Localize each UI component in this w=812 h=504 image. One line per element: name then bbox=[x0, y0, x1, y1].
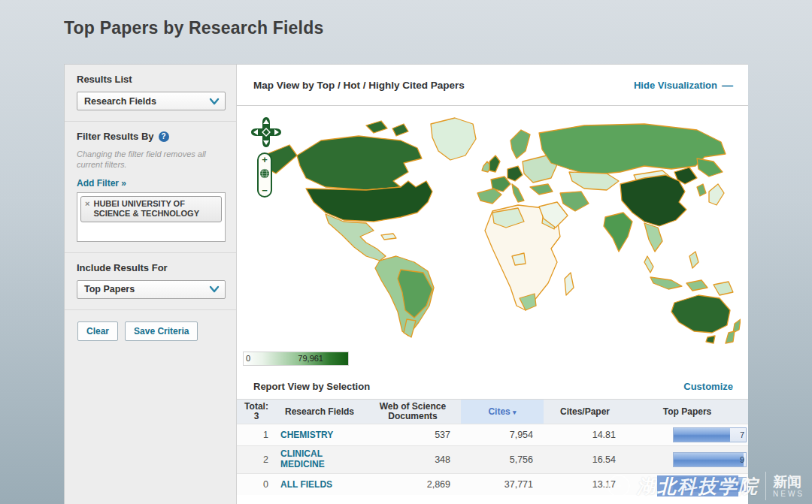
map-area: + − 0 79,961 bbox=[237, 106, 748, 374]
cites-value: 5,756 bbox=[461, 446, 544, 474]
cites-value: 7,954 bbox=[461, 424, 544, 446]
field-link-all-fields[interactable]: ALL FIELDS bbox=[280, 480, 332, 490]
university-name: 湖北科技学院 bbox=[637, 474, 759, 499]
results-list-select[interactable]: Research Fields bbox=[77, 92, 226, 110]
documents-value: 537 bbox=[365, 424, 461, 446]
map-view-title: Map View by Top / Hot / Highly Cited Pap… bbox=[253, 80, 465, 91]
include-results-heading: Include Results For bbox=[77, 262, 226, 273]
report-header: Report View by Selection Customize bbox=[237, 374, 748, 400]
include-results-selected-value: Top Papers bbox=[84, 284, 135, 294]
zoom-in-icon[interactable]: + bbox=[262, 155, 268, 164]
total-header: Total: 3 bbox=[237, 400, 276, 424]
help-icon[interactable]: ? bbox=[159, 131, 169, 142]
sort-descending-icon: ▾ bbox=[513, 409, 517, 416]
results-list-section: Results List Research Fields bbox=[65, 65, 236, 122]
results-list-heading: Results List bbox=[77, 74, 226, 85]
top-papers-bar: 9 bbox=[673, 452, 747, 467]
globe-icon[interactable] bbox=[259, 168, 270, 182]
legend-min-value: 0 bbox=[246, 354, 250, 363]
remove-filter-icon[interactable]: × bbox=[85, 199, 89, 209]
column-header-cites[interactable]: Cites ▾ bbox=[461, 400, 544, 424]
chevron-down-icon bbox=[209, 98, 220, 105]
university-logo-icon: ✦ bbox=[607, 475, 630, 497]
table-row: 1 CHEMISTRY 537 7,954 14.81 7 bbox=[237, 424, 748, 446]
field-link-clinical-medicine[interactable]: CLINICAL MEDICINE bbox=[280, 449, 360, 470]
save-criteria-button[interactable]: Save Criteria bbox=[125, 321, 198, 341]
column-header-documents[interactable]: Web of Science Documents bbox=[365, 400, 461, 424]
bar-fill bbox=[674, 428, 730, 442]
column-header-research-fields[interactable]: Research Fields bbox=[276, 400, 365, 424]
column-header-cites-per-paper[interactable]: Cites/Paper bbox=[544, 400, 626, 424]
sidebar-buttons: Clear Save Criteria bbox=[65, 310, 236, 352]
page-title: Top Papers by Research Fields bbox=[64, 18, 323, 38]
clear-button[interactable]: Clear bbox=[77, 321, 118, 341]
filter-tag-hubei-university[interactable]: × HUBEI UNIVERSITY OF SCIENCE & TECHNOLO… bbox=[80, 196, 222, 222]
row-number: 2 bbox=[237, 446, 276, 474]
main-panel: Map View by Top / Hot / Highly Cited Pap… bbox=[237, 65, 748, 504]
filter-section: Filter Results By ? Changing the filter … bbox=[65, 122, 236, 253]
map-legend: 0 79,961 bbox=[243, 352, 349, 366]
bar-value-label: 7 bbox=[740, 430, 744, 439]
cites-value: 37,771 bbox=[461, 473, 544, 495]
customize-link[interactable]: Customize bbox=[683, 381, 733, 392]
field-link-chemistry[interactable]: CHEMISTRY bbox=[280, 430, 333, 441]
highlighted-text: 北科技学 bbox=[657, 475, 738, 496]
results-list-selected-value: Research Fields bbox=[84, 96, 156, 107]
chevron-down-icon bbox=[209, 285, 220, 293]
documents-value: 2,869 bbox=[365, 473, 461, 495]
filter-tag-label: HUBEI UNIVERSITY OF SCIENCE & TECHNOLOGY bbox=[93, 199, 217, 219]
table-header-row: Total: 3 Research Fields Web of Science … bbox=[237, 400, 748, 424]
row-number: 0 bbox=[237, 473, 276, 495]
active-filters-box: × HUBEI UNIVERSITY OF SCIENCE & TECHNOLO… bbox=[77, 192, 226, 242]
top-papers-bar: 7 bbox=[673, 427, 747, 442]
bar-fill bbox=[674, 453, 744, 466]
zoom-out-icon[interactable]: − bbox=[262, 186, 268, 195]
map-panel-header: Map View by Top / Hot / Highly Cited Pap… bbox=[237, 65, 748, 106]
table-row: 2 CLINICAL MEDICINE 348 5,756 16.54 9 bbox=[237, 446, 748, 474]
report-view-title: Report View by Selection bbox=[253, 381, 370, 392]
add-filter-link[interactable]: Add Filter » bbox=[77, 178, 126, 189]
bar-value-label: 9 bbox=[740, 455, 744, 464]
map-pan-control[interactable] bbox=[250, 116, 282, 148]
content-card: Results List Research Fields Filter Resu… bbox=[64, 64, 748, 504]
news-logo: 新闻 NEWS bbox=[773, 474, 804, 499]
include-results-select[interactable]: Top Papers bbox=[77, 280, 226, 299]
watermark: ✦ 湖北科技学院 新闻 NEWS bbox=[607, 472, 804, 500]
world-map[interactable] bbox=[253, 109, 741, 346]
filter-results-by-heading: Filter Results By bbox=[77, 131, 154, 142]
documents-value: 348 bbox=[365, 446, 461, 474]
watermark-divider bbox=[765, 472, 766, 500]
sidebar: Results List Research Fields Filter Resu… bbox=[65, 65, 237, 504]
column-header-top-papers[interactable]: Top Papers bbox=[626, 400, 748, 424]
filter-note: Changing the filter field removes all cu… bbox=[77, 149, 226, 171]
legend-max-value: 79,961 bbox=[298, 354, 323, 363]
row-number: 1 bbox=[237, 424, 276, 446]
cites-per-paper-value: 16.54 bbox=[544, 446, 626, 474]
map-zoom-control[interactable]: + − bbox=[257, 152, 272, 198]
minus-icon: — bbox=[722, 79, 733, 92]
include-results-section: Include Results For Top Papers bbox=[65, 253, 236, 310]
hide-visualization-link[interactable]: Hide Visualization — bbox=[634, 79, 733, 92]
cites-per-paper-value: 14.81 bbox=[544, 424, 626, 446]
